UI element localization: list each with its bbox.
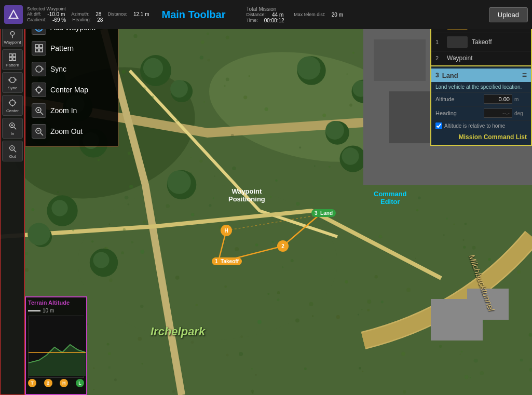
zoom-in-tool[interactable]: Zoom In [30, 100, 114, 121]
altitude-input[interactable] [484, 94, 512, 104]
sidebar-item-pattern[interactable]: Pattern [2, 49, 23, 70]
scale-bar [28, 310, 40, 311]
sidebar-pattern-label: Pattern [6, 63, 19, 67]
sidebar-waypoint-label: Waypoint [4, 40, 21, 45]
svg-rect-9 [9, 53, 12, 56]
alt-diff-val: -10.0 m [47, 11, 65, 17]
waypoint-2[interactable]: 2 [277, 240, 289, 252]
sidebar-item-zoom-out[interactable]: Out [2, 141, 23, 161]
terrain-markers: T 2 H L [28, 379, 84, 387]
pattern-tool[interactable]: Pattern [30, 38, 114, 59]
sidebar-item-center[interactable]: Center [2, 95, 23, 116]
cmd-description: Land vehicle at the specified location. [431, 82, 531, 92]
svg-point-7 [10, 31, 14, 35]
header-toolbar: Selected Waypoint Alt diff: -10.0 m Azim… [0, 0, 532, 29]
sidebar-center-label: Center [6, 108, 19, 113]
sidebar-item-zoom-in[interactable]: In [2, 118, 23, 139]
max-telem-val: 20 m [332, 12, 343, 18]
mission-command-list-label: Mission Command List [431, 131, 531, 143]
heading-input[interactable] [484, 108, 512, 118]
main-toolbar-title: Main Toolbar [162, 9, 226, 21]
left-sidebar: Plan Waypoint Pattern Sync [0, 0, 25, 395]
cmd-header: 3 Land ≡ [431, 69, 531, 82]
svg-line-19 [14, 127, 17, 129]
item-label-1: Takeoff [472, 38, 492, 46]
terrain-scale: 10 m [28, 308, 84, 314]
terrain-marker-2: 2 [44, 379, 52, 387]
mission-item-1[interactable]: 1 Takeoff [431, 33, 531, 51]
cmd-menu-icon[interactable]: ≡ [522, 71, 527, 80]
svg-rect-31 [39, 49, 43, 52]
item-label-2: Waypoint [447, 55, 473, 62]
gradient-key: Gradient: [27, 17, 46, 23]
upload-button[interactable]: Upload [489, 7, 528, 22]
max-telem-key: Max telem dist: [294, 12, 325, 18]
alt-diff-key: Alt diff: [27, 11, 41, 17]
total-time-key: Time: [246, 18, 257, 23]
command-editor-panel: 3 Land ≡ Land vehicle at the specified l… [431, 65, 531, 145]
pattern-label: Pattern [50, 44, 74, 52]
item-thumb-1 [447, 36, 468, 48]
azimuth-val: 28 [96, 11, 101, 17]
total-mission-label: Total Mission [246, 6, 343, 12]
total-dist-val: 44 m [272, 12, 283, 18]
total-mission-info: Total Mission Distance: 44 m Max telem d… [246, 6, 343, 23]
mission-item-2[interactable]: 2 Waypoint [431, 51, 531, 65]
svg-rect-28 [35, 45, 38, 48]
terrain-altitude-panel: Terrain Altitude 10 m T 2 H L [25, 296, 87, 395]
zoom-out-tool[interactable]: Zoom Out [30, 121, 114, 142]
zoom-in-label: Zoom In [50, 106, 77, 115]
altitude-field: Altitude m [431, 92, 531, 106]
sidebar-zoom-out-label: Out [9, 154, 16, 159]
altitude-relative-field: Altitude is relative to home [431, 120, 531, 131]
sidebar-item-waypoint[interactable]: Waypoint [2, 26, 23, 47]
sync-tool[interactable]: Sync [30, 59, 114, 79]
zoom-out-icon [32, 124, 46, 139]
selected-waypoint-info: Selected Waypoint Alt diff: -10.0 m Azim… [27, 6, 149, 23]
terrain-marker-l: L [76, 379, 84, 387]
center-map-tool[interactable]: Center Map [30, 79, 114, 100]
waypoint-3[interactable]: 3 Land [311, 209, 336, 217]
total-time-val: 00:00:12 [264, 18, 284, 23]
altitude-relative-label: Altitude is relative to home [444, 123, 505, 129]
azimuth-key: Azimuth: [71, 11, 89, 17]
distance-key: Distance: [107, 11, 127, 17]
terrain-scale-label: 10 m [43, 308, 54, 314]
distance-val: 12.1 m [133, 11, 149, 17]
gradient-val: -69 % [52, 17, 66, 23]
svg-line-42 [40, 133, 43, 135]
cmd-num: 3 [435, 72, 439, 79]
total-dist-key: Distance: [246, 12, 266, 18]
sync-label: Sync [50, 65, 66, 73]
terrain-marker-h: H [60, 379, 68, 387]
item-num-1: 1 [435, 39, 443, 45]
cmd-name: Land [442, 72, 522, 79]
svg-point-13 [10, 100, 16, 105]
altitude-label: Altitude [435, 96, 484, 102]
selected-wp-label: Selected Waypoint [27, 6, 149, 11]
heading-label: Heading [435, 110, 484, 116]
sync-icon [32, 62, 46, 76]
center-map-label: Center Map [50, 86, 88, 94]
heading-key: Heading: [72, 17, 91, 23]
svg-rect-12 [13, 57, 16, 60]
heading-val: 28 [97, 17, 103, 23]
pattern-icon [32, 41, 46, 56]
sidebar-sync-label: Sync [8, 86, 17, 90]
app-logo [4, 5, 23, 24]
waypoint-h[interactable]: H [221, 225, 232, 236]
svg-line-23 [14, 149, 17, 152]
svg-rect-30 [35, 49, 38, 52]
altitude-unit: m [514, 97, 527, 102]
waypoint-1[interactable]: 1 Takeoff [212, 257, 242, 265]
svg-point-32 [36, 87, 42, 92]
sidebar-zoom-in-label: In [11, 131, 15, 136]
terrain-title: Terrain Altitude [28, 299, 84, 306]
zoom-out-label: Zoom Out [50, 127, 83, 135]
svg-rect-11 [9, 57, 12, 60]
altitude-relative-checkbox[interactable] [435, 122, 442, 129]
terrain-marker-t: T [28, 379, 36, 387]
sidebar-item-sync[interactable]: Sync [2, 72, 23, 93]
heading-field: Heading deg [431, 106, 531, 120]
item-num-2: 2 [435, 55, 443, 61]
